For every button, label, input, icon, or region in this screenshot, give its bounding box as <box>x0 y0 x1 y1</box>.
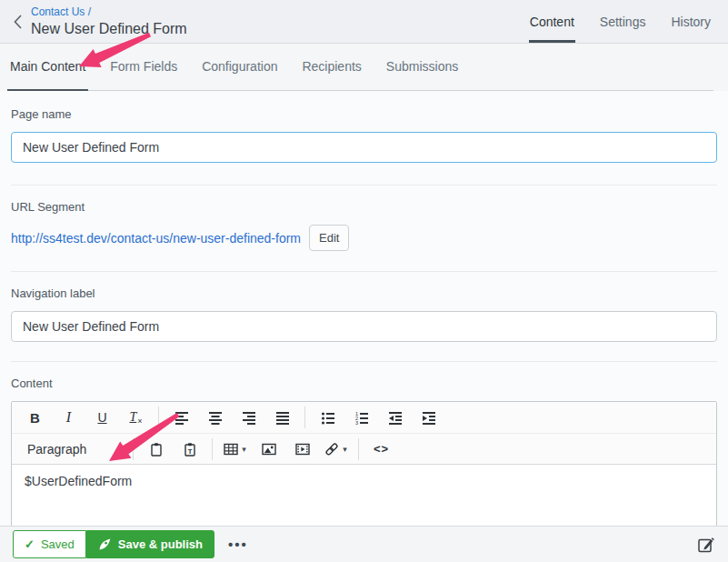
divider <box>11 361 717 362</box>
subtab-bar: Main Content Form Fields Configuration R… <box>0 44 728 91</box>
toolbar-separator <box>304 406 305 428</box>
subtab-recipients[interactable]: Recipients <box>299 44 364 91</box>
edit-compose-button[interactable] <box>697 536 715 554</box>
insert-link-button[interactable]: ▾ <box>322 437 350 462</box>
page-title: New User Defined Form <box>31 19 187 38</box>
paste-button[interactable] <box>142 437 170 462</box>
divider <box>11 185 717 186</box>
url-segment-link[interactable]: http://ss4test.dev/contact-us/new-user-d… <box>11 231 301 246</box>
cms-page-editor: Contact Us / New User Defined Form Conte… <box>0 0 728 562</box>
insert-image-button[interactable] <box>254 437 283 462</box>
image-icon <box>262 442 276 457</box>
save-and-publish-label: Save & publish <box>118 537 203 551</box>
navigation-label-label: Navigation label <box>11 286 717 300</box>
align-center-icon <box>208 410 223 425</box>
italic-button[interactable]: I <box>55 405 83 430</box>
align-justify-icon <box>275 410 290 425</box>
source-code-button[interactable]: <> <box>367 437 395 462</box>
toolbar-separator <box>133 438 134 460</box>
save-and-publish-button[interactable]: Save & publish <box>86 530 214 558</box>
save-button-group: ✓ Saved Save & publish <box>13 530 214 558</box>
indent-icon <box>422 410 436 425</box>
table-button[interactable]: ▾ <box>221 437 249 462</box>
url-segment-label: URL Segment <box>11 200 717 214</box>
paste-as-text-icon: T <box>183 442 197 457</box>
toolbar-separator <box>158 406 159 428</box>
clear-formatting-x: × <box>137 416 142 426</box>
align-right-icon <box>242 410 256 425</box>
clear-formatting-icon: T <box>129 410 136 425</box>
outdent-button[interactable] <box>381 405 409 430</box>
insert-media-button[interactable] <box>288 437 316 462</box>
align-left-button[interactable] <box>167 405 195 430</box>
numbered-list-button[interactable]: 1 2 3 <box>347 405 375 430</box>
paragraph-format-select[interactable]: Paragraph ▾ <box>18 437 127 462</box>
subtab-submissions[interactable]: Submissions <box>384 44 461 91</box>
svg-text:T: T <box>187 447 192 456</box>
chevron-left-icon <box>13 14 23 30</box>
wysiwyg-editor: B I U T × <box>11 401 717 530</box>
rocket-icon <box>98 537 112 551</box>
check-icon: ✓ <box>25 537 35 551</box>
header: Contact Us / New User Defined Form Conte… <box>0 0 728 44</box>
content-label: Content <box>11 376 717 390</box>
page-name-input[interactable] <box>11 132 717 163</box>
subtab-main-content[interactable]: Main Content <box>7 44 88 91</box>
link-icon <box>324 442 339 457</box>
compose-icon <box>697 536 715 554</box>
align-justify-button[interactable] <box>268 405 296 430</box>
divider <box>11 271 717 272</box>
edit-form: Page name URL Segment http://ss4test.dev… <box>0 91 728 530</box>
align-center-button[interactable] <box>201 405 229 430</box>
underline-icon: U <box>97 410 106 425</box>
navigation-label-input[interactable] <box>11 311 717 342</box>
media-icon <box>295 443 310 456</box>
paste-as-text-button[interactable]: T <box>175 437 204 462</box>
saved-button-label: Saved <box>41 537 75 551</box>
tab-history[interactable]: History <box>670 0 712 43</box>
table-icon <box>224 443 238 456</box>
toolbar-row-1: B I U T × <box>12 402 716 434</box>
paste-icon <box>149 442 164 457</box>
toolbar-separator <box>212 438 213 460</box>
url-edit-button[interactable]: Edit <box>309 225 349 251</box>
bold-icon: B <box>30 410 40 426</box>
tab-settings[interactable]: Settings <box>599 0 647 43</box>
chevron-down-icon: ▾ <box>343 445 347 454</box>
actions-bar: ✓ Saved Save & publish ••• <box>0 526 728 562</box>
paragraph-format-value: Paragraph <box>27 442 86 457</box>
bold-button[interactable]: B <box>21 405 49 430</box>
indent-button[interactable] <box>414 405 443 430</box>
chevron-down-icon: ▾ <box>242 445 246 454</box>
subtab-configuration[interactable]: Configuration <box>199 44 280 91</box>
align-left-icon <box>175 410 189 425</box>
underline-button[interactable]: U <box>88 405 116 430</box>
title-block: Contact Us / New User Defined Form <box>29 0 187 43</box>
chevron-down-icon: ▾ <box>117 445 122 454</box>
bullet-list-button[interactable] <box>314 405 342 430</box>
editor-content[interactable]: $UserDefinedForm <box>12 465 716 529</box>
header-tabs: Content Settings History <box>529 0 712 43</box>
subtab-form-fields[interactable]: Form Fields <box>107 44 180 91</box>
tab-content[interactable]: Content <box>529 0 575 43</box>
saved-button[interactable]: ✓ Saved <box>13 530 86 558</box>
url-segment-row: http://ss4test.dev/contact-us/new-user-d… <box>11 225 717 251</box>
code-icon: <> <box>374 442 389 456</box>
bullet-list-icon <box>321 410 335 425</box>
align-right-button[interactable] <box>234 405 263 430</box>
back-button[interactable] <box>5 0 29 43</box>
clear-formatting-button[interactable]: T × <box>122 405 150 430</box>
more-options-button[interactable]: ••• <box>228 537 248 552</box>
page-name-label: Page name <box>11 107 717 121</box>
toolbar-row-2: Paragraph ▾ T <box>12 434 716 464</box>
toolbar-separator <box>358 438 359 460</box>
outdent-icon <box>388 410 403 425</box>
subtab-strip: Main Content Form Fields Configuration R… <box>7 44 713 91</box>
numbered-list-icon: 1 2 3 <box>354 410 369 425</box>
italic-icon: I <box>66 409 71 426</box>
svg-text:3: 3 <box>355 420 358 425</box>
editor-toolbar: B I U T × <box>12 402 716 465</box>
breadcrumb[interactable]: Contact Us / <box>31 5 187 19</box>
